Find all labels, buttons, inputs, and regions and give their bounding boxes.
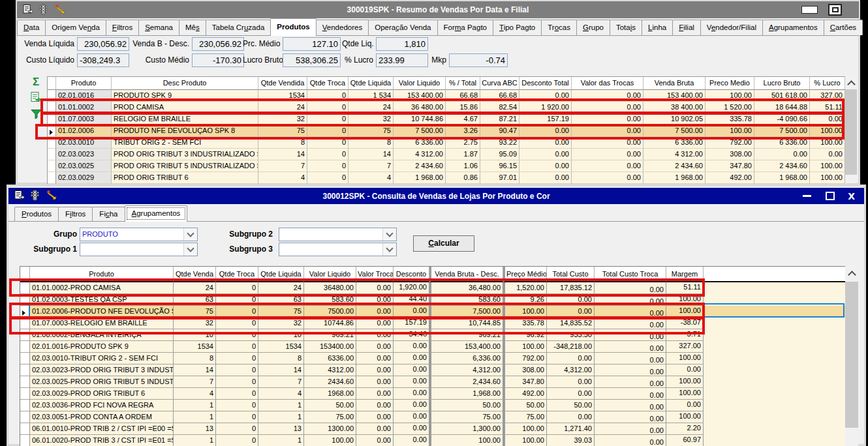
tab-tipo-pagto[interactable]: Tipo Pagto <box>493 20 542 35</box>
column-header[interactable]: Valor Liquido <box>394 77 446 90</box>
tab-filtros[interactable]: Filtros <box>106 20 139 35</box>
column-header[interactable]: Desc Produto <box>112 77 258 90</box>
tab-forma-pagto[interactable]: Forma Pagto <box>437 20 494 35</box>
tab-tabela-cruzada[interactable]: Tabela Cruzada <box>206 20 271 35</box>
tab-grupo[interactable]: Grupo <box>576 20 610 35</box>
column-header[interactable]: Qtde Vendida <box>258 77 307 90</box>
table-row[interactable]: 01.08.0002-BENGALA INTEIRIÇA10010969.210… <box>20 329 846 341</box>
table-row[interactable]: 02.03.0051-PROD CONTA A ORDEM10175.000.0… <box>20 411 846 423</box>
tab-cart-es[interactable]: Cartões <box>824 20 863 35</box>
scrollbar-thumb[interactable] <box>845 282 858 428</box>
column-header[interactable]: Valor das Trocas <box>572 77 643 90</box>
tab-produtos[interactable]: Produtos <box>270 18 316 36</box>
column-header[interactable]: Lucro Bruto <box>754 77 810 90</box>
tab-totais[interactable]: Totais <box>610 20 642 35</box>
table-row[interactable]: 06.01.0020-PROD TRIB 3 / CST IPI =E01 =S… <box>20 435 846 446</box>
table-row[interactable]: 01.07.0003RELOGIO EM BRAILLE3203210 744.… <box>48 113 846 125</box>
table-row[interactable]: 01.01.0002-PROD CAMISA2402436480.000.001… <box>20 282 846 294</box>
column-header[interactable]: Preco Medio <box>705 77 754 90</box>
tab-semana[interactable]: Semana <box>138 20 179 35</box>
table-row[interactable]: 01.02.0006PRODUTO NFE DEVOLUÇAO SPK 8750… <box>48 125 846 137</box>
table-row[interactable]: 02.03.0029PROD ORIG TRIBUT 64041 968.000… <box>48 172 846 184</box>
wrench-icon[interactable] <box>45 190 57 202</box>
titlebar[interactable]: 300019SPK - Resumo de Vendas Por Data e … <box>17 1 859 18</box>
tab-origem-venda[interactable]: Origem Venda <box>45 20 106 35</box>
table-row[interactable]: 02.03.0010-TRIBUT ORIG 2 - SEM FCI808633… <box>20 353 846 364</box>
tab-opera-o-venda[interactable]: Operação Venda <box>368 20 437 35</box>
traffic-light-icon[interactable] <box>31 190 39 202</box>
restore-button[interactable] <box>828 4 842 16</box>
table-row[interactable]: 02.01.0016PRODUTO SPK 9153401 534153 400… <box>48 90 846 102</box>
tab-filtros[interactable]: Filtros <box>58 207 93 221</box>
filter-funnel-icon[interactable] <box>29 109 43 121</box>
column-header[interactable]: Total Custo <box>547 267 595 282</box>
column-header[interactable]: Produto <box>56 77 112 90</box>
tab-m-s[interactable]: Mês <box>179 20 206 35</box>
wrench-icon[interactable] <box>54 4 66 16</box>
minimize-button[interactable] <box>803 195 811 197</box>
traffic-light-icon[interactable] <box>39 4 48 16</box>
titlebar[interactable]: 300012SPK - Consulta de Vendas de Lojas … <box>8 188 864 204</box>
tab-filial[interactable]: Filial <box>672 20 701 35</box>
chevron-down-icon[interactable] <box>183 243 197 256</box>
chevron-down-icon[interactable] <box>382 228 396 241</box>
export-doc-icon[interactable] <box>23 5 33 16</box>
table-row[interactable]: 02.03.0023PROD ORIG TRIBUT 3 INDUSTRIALI… <box>48 149 846 160</box>
table-row[interactable]: 06.01.0010-PROD TRIB 2 / CST IPI =E00 =S… <box>20 423 846 435</box>
column-header[interactable]: Qtde Troca <box>216 267 258 282</box>
tab-agrupamentos[interactable]: Agrupamentos <box>762 20 824 35</box>
grupo-combo[interactable]: PRODUTO <box>80 228 198 241</box>
column-header[interactable]: Qtde Troca <box>307 77 349 90</box>
minimize-button[interactable] <box>801 6 818 14</box>
export-doc-icon[interactable] <box>14 190 25 201</box>
column-header[interactable]: Desconto <box>394 267 429 282</box>
table-row[interactable]: 02.01.0016-PRODUTO SPK 9153401534153400.… <box>20 341 846 353</box>
scroll-up-icon[interactable] <box>845 76 857 89</box>
tab-vendedores[interactable]: Vendedores <box>316 20 369 35</box>
scrollbar-thumb[interactable] <box>845 89 857 175</box>
close-button[interactable]: X <box>848 191 855 201</box>
table-row[interactable]: 02.03.0025-PROD ORIG TRIBUT 5 INDUSTRIAL… <box>20 376 846 388</box>
tab-linha[interactable]: Linha <box>642 20 673 35</box>
column-header[interactable]: Curva ABC <box>480 77 519 90</box>
column-header[interactable]: Valor Liquido <box>304 267 356 282</box>
export-grid-icon[interactable] <box>29 92 43 104</box>
column-header[interactable]: Margem <box>666 267 704 282</box>
column-header[interactable]: Produto <box>30 267 174 282</box>
column-header[interactable]: Venda Bruta - Desc. <box>429 267 503 282</box>
table-row[interactable]: 02.03.0010TRIBUT ORIG 2 - SEM FCI8086 33… <box>48 137 846 149</box>
column-header[interactable]: Total Custo Troca <box>595 267 666 282</box>
restore-button[interactable] <box>826 192 835 200</box>
table-row[interactable]: 02.03.0025PROD ORIG TRIBUT 5 INDUSTRIALI… <box>48 160 846 172</box>
table-row[interactable]: 02.03.0023-PROD ORIG TRIBUT 3 INDUSTRIAL… <box>20 364 846 376</box>
table-row[interactable]: 01.07.0003-RELOGIO EM BRAILLE3203210744.… <box>20 318 846 329</box>
column-header[interactable]: Valor Troca <box>356 267 394 282</box>
table-row[interactable]: 01.02.0003-TESTES QA CSP63063583.600.004… <box>20 294 846 306</box>
table-row[interactable]: 01.02.0006-PRODUTO NFE DEVOLUÇÃO SPK 875… <box>20 306 846 318</box>
column-header[interactable]: Preço Médio <box>503 267 547 282</box>
column-header[interactable]: Venda Bruta <box>643 77 705 90</box>
column-header[interactable]: Desconto Total <box>519 77 572 90</box>
sum-icon[interactable]: Σ <box>29 76 43 89</box>
scroll-up-icon[interactable] <box>845 266 858 280</box>
table-row[interactable]: 01.01.0002PROD CAMISA2402436 480.0015.86… <box>48 102 846 113</box>
column-header[interactable]: Qtde Venda <box>174 267 216 282</box>
chevron-down-icon[interactable] <box>183 228 197 241</box>
table-row[interactable]: 02.03.0036-PROD FCI NOVA REGRA10150.000.… <box>20 400 846 411</box>
tab-produtos[interactable]: Produtos <box>14 207 59 221</box>
tab-vendedor-filial[interactable]: Vendedor/Filial <box>700 20 763 35</box>
subgrupo3-combo[interactable] <box>279 243 397 256</box>
table-row[interactable]: 02.03.0029-PROD ORIG TRIBUT 64041968.000… <box>20 388 846 400</box>
column-header[interactable]: % / Total <box>446 77 480 90</box>
chevron-down-icon[interactable] <box>382 243 396 256</box>
calcular-button[interactable]: Calcular <box>413 235 474 252</box>
column-header[interactable]: % Lucro <box>810 77 845 90</box>
column-header[interactable]: Qtde Liquida <box>349 77 394 90</box>
tab-agrupamentos[interactable]: Agrupamentos <box>125 205 188 222</box>
subgrupo2-combo[interactable] <box>279 228 397 241</box>
tab-data[interactable]: Data <box>17 20 46 35</box>
column-header[interactable]: Qtde Liquida <box>258 267 304 282</box>
vertical-scrollbar[interactable] <box>845 76 857 183</box>
tab-trocas[interactable]: Trocas <box>541 20 577 35</box>
vertical-scrollbar[interactable] <box>845 266 858 446</box>
